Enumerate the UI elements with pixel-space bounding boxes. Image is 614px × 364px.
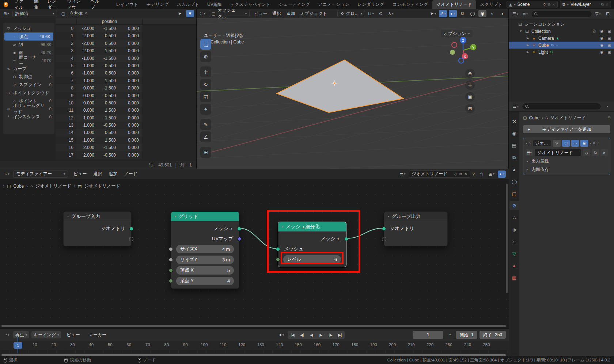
node-group-name-field[interactable]: ジオメトリノード xyxy=(534,149,581,156)
region-toggle-icon[interactable]: › xyxy=(3,184,4,189)
workspace-tab[interactable]: シェーディング xyxy=(274,0,314,9)
new-collection-button[interactable]: ⊞ xyxy=(604,10,612,18)
timeline-tracks[interactable] xyxy=(0,350,509,353)
select-box-tool[interactable]: ⬚ xyxy=(200,39,211,50)
table-row[interactable]: 172.000-0.5000.000 xyxy=(56,152,196,159)
timeline-ruler[interactable]: 1 10203040506070809010011012013014015016… xyxy=(0,341,509,350)
pin-icon[interactable]: ⚲ xyxy=(608,116,610,120)
keying-menu[interactable]: キーイング▾ xyxy=(31,331,61,338)
domain-row-頂点[interactable]: ▫頂点49.6K xyxy=(4,32,53,41)
navigation-gizmo[interactable]: Z Y X xyxy=(449,36,477,64)
camera-toggle-icon[interactable]: ▣ xyxy=(608,29,611,33)
field-頂点 Y[interactable]: 頂点 Y4 xyxy=(176,277,234,285)
annotate-tool[interactable]: ✎ xyxy=(200,119,211,130)
filter-button[interactable]: ▽▾ xyxy=(594,10,602,18)
socket-float[interactable] xyxy=(169,258,173,262)
modifier-wrench-icon[interactable]: ⚙ xyxy=(551,43,554,47)
copy-icon[interactable]: ⧉ xyxy=(459,172,462,176)
close-icon[interactable]: ✕ xyxy=(592,141,595,145)
add-primitive-tool[interactable]: ⊞ xyxy=(200,147,211,158)
xray-icon[interactable]: ⧉ xyxy=(459,10,467,17)
properties-tab-particles[interactable]: ∴ xyxy=(509,213,519,222)
table-row[interactable]: 4-1.000-1.5000.000 xyxy=(56,55,196,62)
add-modifier-button[interactable]: ＋モディファイアーを追加 xyxy=(523,125,610,133)
viewport-menu[interactable]: 選択 xyxy=(270,10,284,18)
field-頂点 X[interactable]: 頂点 X5 xyxy=(176,266,234,275)
outliner-row-Collection[interactable]: ▼▤Collection▣◉☑ xyxy=(509,28,614,35)
socket-virtual[interactable] xyxy=(129,237,133,241)
node-group-browse-button[interactable]: ⬒▾ xyxy=(526,149,533,156)
properties-tab-material[interactable]: ● xyxy=(509,261,519,271)
table-row[interactable]: 162.000-1.5000.000 xyxy=(56,144,196,151)
eye-toggle-icon[interactable]: ◉ xyxy=(600,36,603,40)
rotate-tool[interactable]: ↻ xyxy=(200,79,211,90)
socket-virtual[interactable] xyxy=(382,237,386,241)
modifier-name-field[interactable]: ジオ... xyxy=(532,140,552,147)
copy-icon[interactable]: ⧉ xyxy=(601,2,603,7)
topbar-menu[interactable]: レンダー xyxy=(44,0,64,9)
table-row[interactable]: 121.000-1.5000.000 xyxy=(56,114,196,122)
properties-tab-modifiers[interactable]: ⚙ xyxy=(509,201,519,210)
viewport-menu[interactable]: ビュー xyxy=(251,10,270,18)
node-header[interactable]: ▾グリッド xyxy=(171,212,239,221)
node-group_input[interactable]: ▾グループ入力ジオメトリ xyxy=(63,211,132,246)
jump-to-start-button[interactable]: |◀ xyxy=(288,331,297,339)
shading-solid-icon[interactable]: ◉ xyxy=(478,10,486,17)
output-attributes-section[interactable]: ▸出力属性 xyxy=(526,157,608,165)
auto-keyframe-button[interactable]: ●▾ xyxy=(277,331,285,338)
orientation-dropdown[interactable]: ⟲グロ...▾ xyxy=(337,10,365,17)
properties-tab-physics[interactable]: ⊚ xyxy=(509,225,519,234)
table-row[interactable]: 141.0000.5000.000 xyxy=(56,129,196,136)
workspace-tab[interactable]: レンダリング xyxy=(353,0,389,9)
field-レベル[interactable]: レベル6 xyxy=(283,255,341,264)
viewport-menu[interactable]: オブジェクト xyxy=(298,10,330,18)
pin-icon[interactable]: ⚲ xyxy=(543,3,546,7)
editor-type-button[interactable]: ⛶▾ xyxy=(199,10,207,17)
outliner-row-シーンコレクション[interactable]: ▤シーンコレクション xyxy=(509,21,614,28)
transform-tool[interactable]: ⌖ xyxy=(200,104,211,115)
snap-icon[interactable]: ⊞▾ xyxy=(488,170,496,178)
pin-icon[interactable]: ⚲ xyxy=(85,12,87,16)
editor-type-button[interactable]: ☰▾ xyxy=(511,10,519,18)
current-frame-field[interactable]: 1 xyxy=(413,331,443,339)
outliner-row-Cube[interactable]: ▶▽Cube⚙∴▣◉ xyxy=(509,42,614,49)
frame-end-field[interactable]: 終了250 xyxy=(480,331,506,339)
properties-search-input[interactable] xyxy=(522,103,601,110)
properties-tab-constraints[interactable]: ⊂ xyxy=(509,237,519,246)
socket-int[interactable] xyxy=(169,279,173,283)
close-icon[interactable]: ✕ xyxy=(606,3,609,7)
table-row[interactable]: 80.000-1.5000.000 xyxy=(56,84,196,92)
marker-menu[interactable]: マーカー xyxy=(86,331,110,339)
select-visibility-icon[interactable]: ➤▾ xyxy=(429,10,437,17)
extras-dropdown-icon[interactable]: ▾ xyxy=(590,142,591,145)
camera-view-icon[interactable]: ▣ xyxy=(465,92,475,101)
preview-range-clock-icon[interactable]: ◔ xyxy=(446,331,454,338)
node-grid[interactable]: ▾グリッドメッシュUVマップサイズX4 mサイズY3 m頂点 X5頂点 Y4 xyxy=(171,211,239,289)
workspace-tab[interactable]: スクリプト xyxy=(476,0,507,9)
node-editor-menu[interactable]: 追加 xyxy=(106,170,121,178)
socket-float[interactable] xyxy=(169,247,173,251)
play-reverse-button[interactable]: ◀ xyxy=(307,331,316,339)
properties-tab-scene[interactable]: ▲ xyxy=(509,165,519,174)
camera-data-icon[interactable]: ▲ xyxy=(556,36,560,40)
node-group_output[interactable]: ▾グループ出力ジオメトリ xyxy=(384,211,448,246)
properties-tab-output[interactable]: ▤ xyxy=(509,141,519,150)
cursor-tool[interactable]: ⊕ xyxy=(200,51,211,62)
falloff-dropdown[interactable]: ∧▾ xyxy=(387,10,395,17)
checkbox-toggle-icon[interactable]: ☑ xyxy=(592,29,596,33)
previous-keyframe-button[interactable]: ◀| xyxy=(297,331,307,339)
outliner-search-input[interactable] xyxy=(531,11,592,18)
domain-row-メッシュ[interactable]: ▽メッシュ xyxy=(3,24,54,32)
domain-row-制御点[interactable]: ⊙制御点0 xyxy=(3,73,54,81)
camera-toggle-icon[interactable]: ▣ xyxy=(608,36,611,40)
copy-icon[interactable]: ⧉ xyxy=(592,149,599,156)
expand-icon[interactable]: ▶ xyxy=(526,50,530,54)
node-tree-type-dropdown[interactable]: モディファイアー▾ xyxy=(13,170,68,178)
editor-type-button[interactable]: ⊞▾ xyxy=(2,10,10,17)
node-subdivide[interactable]: ▾メッシュ細分化メッシュメッシュレベル6 xyxy=(278,222,346,267)
unlink-icon[interactable]: ✕ xyxy=(600,149,608,156)
socket-メッシュ[interactable] xyxy=(276,247,280,251)
eye-toggle-icon[interactable]: ◉ xyxy=(600,50,603,54)
viewport-menu[interactable]: 追加 xyxy=(284,10,298,18)
vertical-scrollbar[interactable] xyxy=(506,184,508,293)
